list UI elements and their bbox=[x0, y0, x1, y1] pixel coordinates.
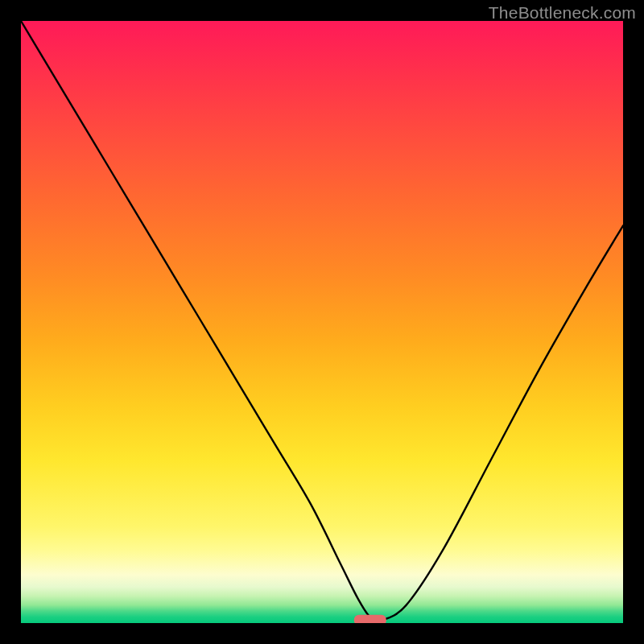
plot-area bbox=[21, 21, 623, 623]
watermark-text: TheBottleneck.com bbox=[489, 3, 636, 23]
bottleneck-curve bbox=[21, 21, 623, 621]
chart-frame: TheBottleneck.com bbox=[0, 0, 644, 644]
curve-layer bbox=[21, 21, 623, 623]
min-marker bbox=[354, 615, 386, 623]
